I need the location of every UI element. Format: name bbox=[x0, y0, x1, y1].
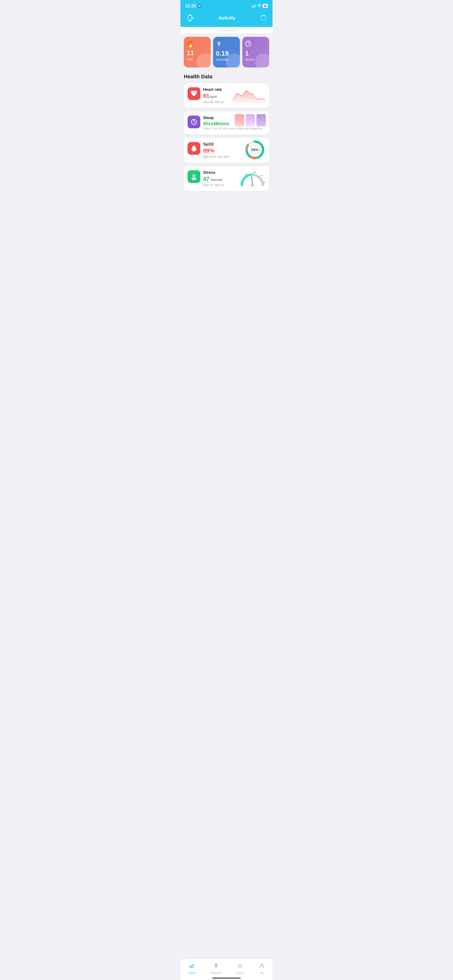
spo2-value: 99% bbox=[203, 147, 214, 154]
loading-spinner bbox=[259, 14, 268, 22]
status-bar: 12:25 32 bbox=[180, 0, 273, 11]
heart-rate-value: 91 bbox=[203, 93, 209, 99]
location-arrow-icon bbox=[198, 4, 202, 8]
battery-icon: 32 bbox=[263, 4, 268, 8]
min-value: 1 bbox=[245, 50, 249, 57]
stress-icon bbox=[188, 170, 200, 183]
watch-icon: i bbox=[185, 13, 195, 23]
sleep-card[interactable]: Sleep 5hrs48mins Sleep 5 hrs 48 mins mor… bbox=[184, 111, 269, 134]
scroll-hint: ▲ scroll up ▲ bbox=[180, 27, 273, 33]
svg-text:0: 0 bbox=[241, 181, 242, 184]
header: i Activity bbox=[180, 11, 273, 27]
health-section-title: Health Data bbox=[184, 73, 269, 80]
km-card[interactable]: 0.19 Kilometer bbox=[213, 37, 240, 67]
page-title: Activity bbox=[219, 15, 236, 21]
svg-marker-0 bbox=[198, 5, 201, 7]
svg-point-14 bbox=[194, 122, 195, 123]
kcal-card[interactable]: 🔥 11 Kcal bbox=[184, 37, 211, 67]
svg-text:99%: 99% bbox=[251, 148, 258, 152]
svg-rect-2 bbox=[189, 14, 191, 16]
svg-text:29: 29 bbox=[245, 173, 247, 175]
signal-icon bbox=[252, 4, 256, 8]
km-value: 0.19 bbox=[216, 50, 229, 57]
status-time: 12:25 bbox=[185, 3, 202, 8]
svg-text:100: 100 bbox=[263, 181, 265, 183]
svg-point-10 bbox=[248, 43, 249, 44]
spo2-icon bbox=[188, 142, 200, 155]
health-section: Health Data Heart rate 91 bpm Max:98 Min… bbox=[180, 70, 273, 196]
heart-rate-unit: bpm bbox=[210, 95, 217, 99]
stress-gauge: 0 29 59 79 100 bbox=[239, 170, 265, 187]
min-label: Minute bbox=[245, 58, 254, 61]
stress-unit: Normal bbox=[211, 178, 222, 181]
sleep-icon bbox=[188, 116, 200, 128]
min-icon bbox=[245, 41, 251, 48]
svg-point-22 bbox=[191, 178, 196, 180]
wifi-icon bbox=[257, 4, 261, 8]
min-card[interactable]: 1 Minute bbox=[242, 37, 269, 67]
stress-card[interactable]: Stress 47 Normal Max:47 Min:47 0 29 bbox=[184, 166, 269, 191]
svg-rect-3 bbox=[189, 20, 191, 21]
svg-point-6 bbox=[219, 43, 219, 44]
sleep-note: Sleep 5 hrs 48 mins more today than yest… bbox=[203, 127, 265, 130]
sleep-value: 5hrs48mins bbox=[203, 121, 229, 126]
heart-rate-card[interactable]: Heart rate 91 bpm Max:98 Min:67 bbox=[184, 83, 269, 108]
svg-text:i: i bbox=[190, 17, 190, 19]
kcal-icon: 🔥 bbox=[187, 41, 194, 48]
svg-text:59: 59 bbox=[253, 171, 255, 173]
svg-text:79: 79 bbox=[260, 175, 263, 177]
km-icon bbox=[216, 41, 222, 48]
stats-section: 🔥 11 Kcal 0.19 Kilometer 1 Minute bbox=[180, 33, 273, 70]
svg-line-29 bbox=[252, 177, 252, 185]
spo2-donut: 99% bbox=[244, 139, 265, 161]
kcal-value: 11 bbox=[187, 50, 194, 56]
stress-value: 47 bbox=[203, 176, 209, 182]
spo2-card[interactable]: SpO2 99% Max:99% Min:96% 99% bbox=[184, 138, 269, 163]
status-icons: 32 bbox=[252, 4, 268, 8]
sleep-visual bbox=[235, 114, 266, 126]
kcal-label: Kcal bbox=[187, 57, 193, 61]
heart-rate-chart bbox=[232, 87, 265, 104]
heart-rate-icon bbox=[188, 87, 200, 100]
svg-point-31 bbox=[252, 185, 253, 186]
